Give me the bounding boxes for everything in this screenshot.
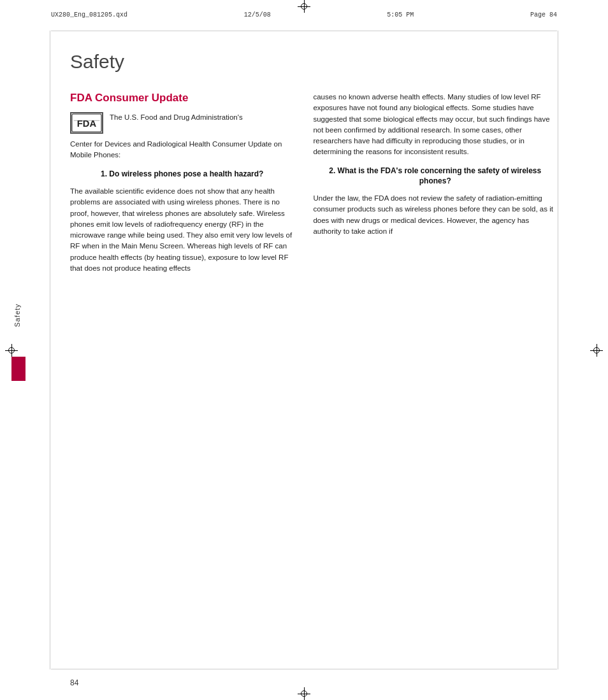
- right-border: [558, 31, 558, 669]
- svg-text:FDA: FDA: [77, 118, 97, 129]
- fda-heading: FDA Consumer Update: [70, 92, 294, 104]
- reg-mark-right: [590, 344, 603, 357]
- intro-continuation: Center for Devices and Radiological Heal…: [70, 139, 294, 160]
- left-border: [50, 31, 50, 669]
- header-filename: UX280_Eng_081205.qxd: [51, 11, 127, 18]
- section2-heading: 2. What is the FDA's role concerning the…: [313, 166, 557, 187]
- header-date: 12/5/08: [244, 11, 271, 18]
- fda-logo: FDA: [70, 112, 103, 134]
- section1-heading: 1. Do wireless phones pose a health haza…: [70, 169, 294, 180]
- reg-mark-bottom: [298, 687, 310, 700]
- reg-mark-top: [298, 0, 310, 13]
- fda-intro-text: The U.S. Food and Drug Administration's: [110, 112, 243, 122]
- fda-intro: FDA The U.S. Food and Drug Administratio…: [70, 112, 294, 134]
- left-column: FDA Consumer Update FDA The U.S. Food an…: [70, 92, 294, 282]
- page-container: UX280_Eng_081205.qxd 12/5/08 5:05 PM Pag…: [0, 0, 608, 700]
- two-column-layout: FDA Consumer Update FDA The U.S. Food an…: [70, 92, 557, 282]
- sidebar-label: Safety: [13, 303, 21, 327]
- section1-body: The available scientific evidence does n…: [70, 186, 294, 274]
- section2-body: Under the law, the FDA does not review t…: [313, 193, 557, 237]
- top-border: [51, 31, 557, 31]
- content-area: Safety FDA Consumer Update FDA: [70, 51, 557, 662]
- bottom-border: [51, 669, 557, 669]
- header-page: Page 84: [530, 11, 557, 18]
- page-title: Safety: [70, 51, 557, 73]
- reg-mark-left: [5, 344, 18, 357]
- right-column: causes no known adverse health effects. …: [313, 92, 557, 282]
- right-continuation: causes no known adverse health effects. …: [313, 92, 557, 158]
- header-time: 5:05 PM: [387, 11, 414, 18]
- sidebar-bar: [11, 357, 25, 381]
- page-number: 84: [70, 678, 78, 687]
